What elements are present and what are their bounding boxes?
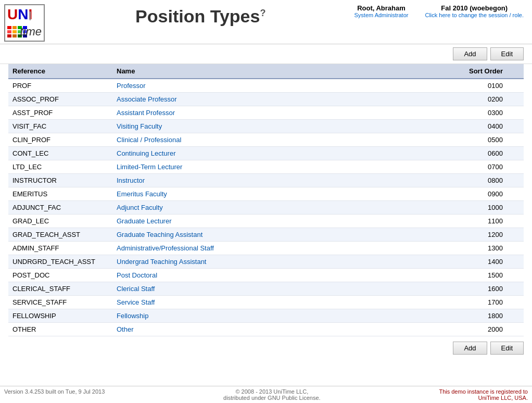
- user-session-row: Root, Abraham System Administrator Fal 2…: [354, 4, 524, 18]
- footer-copyright: © 2008 - 2013 UniTime LLC,distributed un…: [223, 388, 320, 401]
- table-row[interactable]: VISIT_FACVisiting Faculty0400: [8, 120, 524, 133]
- footer-demo: This demo instance is registered toUniTi…: [439, 388, 528, 401]
- cell-sort-order: 1000: [279, 201, 524, 215]
- table-row[interactable]: CLIN_PROFClinical / Professional0500: [8, 133, 524, 147]
- cell-reference: GRAD_LEC: [8, 215, 112, 228]
- cell-reference: GRAD_TEACH_ASST: [8, 228, 112, 242]
- cell-name: Graduate Teaching Assistant: [112, 228, 279, 242]
- user-info: Root, Abraham System Administrator: [354, 4, 409, 18]
- col-name[interactable]: Name: [112, 64, 279, 79]
- cell-sort-order: 1800: [279, 309, 524, 323]
- table-row[interactable]: ADJUNCT_FACAdjunct Faculty1000: [8, 201, 524, 215]
- page-title-text: Position Types: [135, 6, 260, 26]
- col-reference[interactable]: Reference: [8, 64, 112, 79]
- edit-button-top[interactable]: Edit: [490, 47, 524, 60]
- table-row[interactable]: ADMIN_STAFFAdministrative/Professional S…: [8, 242, 524, 255]
- session-name: Fal 2010 (woebegon): [425, 4, 524, 12]
- cell-reference: SERVICE_STAFF: [8, 296, 112, 309]
- cell-sort-order: 0100: [279, 79, 524, 93]
- table-row[interactable]: POST_DOCPost Doctoral1500: [8, 269, 524, 282]
- col-sort-order[interactable]: Sort Order: [279, 64, 524, 79]
- cell-sort-order: 0600: [279, 147, 524, 160]
- cell-sort-order: 1700: [279, 296, 524, 309]
- cell-name: Clinical / Professional: [112, 133, 279, 147]
- logo-time-text: time: [20, 25, 42, 39]
- bottom-toolbar: Add Edit: [0, 338, 532, 358]
- cell-reference: VISIT_FAC: [8, 120, 112, 133]
- table-row[interactable]: OTHEROther2000: [8, 323, 524, 336]
- footer: Version 3.4.253 built on Tue, 9 Jul 2013…: [0, 386, 532, 403]
- cell-name: Professor: [112, 79, 279, 93]
- user-name: Root, Abraham: [354, 4, 409, 12]
- cell-reference: CLIN_PROF: [8, 133, 112, 147]
- table-row[interactable]: ASST_PROFAssistant Professor0300: [8, 106, 524, 120]
- footer-version: Version 3.4.253 built on Tue, 9 Jul 2013: [4, 388, 105, 401]
- cell-sort-order: 1600: [279, 282, 524, 296]
- table-row[interactable]: GRAD_TEACH_ASSTGraduate Teaching Assista…: [8, 228, 524, 242]
- cell-name: Visiting Faculty: [112, 120, 279, 133]
- user-role: System Administrator: [354, 12, 409, 18]
- cell-sort-order: 0200: [279, 93, 524, 106]
- add-button-top[interactable]: Add: [453, 47, 487, 60]
- table-row[interactable]: UNDRGRD_TEACH_ASSTUndergrad Teaching Ass…: [8, 255, 524, 269]
- table-row[interactable]: EMERITUSEmeritus Faculty0900: [8, 187, 524, 201]
- cell-reference: UNDRGRD_TEACH_ASST: [8, 255, 112, 269]
- main-content: Reference Name Sort Order PROFProfessor0…: [0, 64, 532, 336]
- header: UNI| time: [0, 0, 532, 44]
- table-row[interactable]: CLERICAL_STAFFClerical Staff1600: [8, 282, 524, 296]
- session-change-link[interactable]: Click here to change the session / role.: [425, 12, 524, 18]
- cell-sort-order: 2000: [279, 323, 524, 336]
- table-row[interactable]: SERVICE_STAFFService Staff1700: [8, 296, 524, 309]
- page-title-container: Position Types?: [47, 4, 354, 27]
- cell-sort-order: 1200: [279, 228, 524, 242]
- cell-sort-order: 1100: [279, 215, 524, 228]
- cell-sort-order: 0800: [279, 174, 524, 187]
- cell-reference: POST_DOC: [8, 269, 112, 282]
- cell-name: Clerical Staff: [112, 282, 279, 296]
- cell-name: Limited-Term Lecturer: [112, 160, 279, 174]
- cell-name: Post Doctoral: [112, 269, 279, 282]
- page-title-sup[interactable]: ?: [260, 8, 265, 18]
- cell-reference: CONT_LEC: [8, 147, 112, 160]
- cell-name: Fellowship: [112, 309, 279, 323]
- cell-sort-order: 0700: [279, 160, 524, 174]
- logo-uni-text: UNI|: [7, 7, 32, 22]
- cell-name: Assistant Professor: [112, 106, 279, 120]
- cell-name: Instructor: [112, 174, 279, 187]
- cell-sort-order: 1400: [279, 255, 524, 269]
- cell-reference: FELLOWSHIP: [8, 309, 112, 323]
- cell-sort-order: 1500: [279, 269, 524, 282]
- cell-sort-order: 0400: [279, 120, 524, 133]
- cell-name: Associate Professor: [112, 93, 279, 106]
- session-info[interactable]: Fal 2010 (woebegon) Click here to change…: [425, 4, 524, 18]
- cell-name: Emeritus Faculty: [112, 187, 279, 201]
- cell-reference: ASSOC_PROF: [8, 93, 112, 106]
- cell-reference: OTHER: [8, 323, 112, 336]
- table-row[interactable]: GRAD_LECGraduate Lecturer1100: [8, 215, 524, 228]
- table-row[interactable]: PROFProfessor0100: [8, 79, 524, 93]
- table-row[interactable]: INSTRUCTORInstructor0800: [8, 174, 524, 187]
- table-body: PROFProfessor0100ASSOC_PROFAssociate Pro…: [8, 79, 524, 336]
- cell-sort-order: 1300: [279, 242, 524, 255]
- cell-sort-order: 0300: [279, 106, 524, 120]
- cell-name: Graduate Lecturer: [112, 215, 279, 228]
- edit-button-bottom[interactable]: Edit: [490, 342, 524, 355]
- table-header-row: Reference Name Sort Order: [8, 64, 524, 79]
- logo[interactable]: UNI| time: [4, 4, 45, 42]
- user-session-area: Root, Abraham System Administrator Fal 2…: [354, 4, 524, 19]
- cell-reference: ADMIN_STAFF: [8, 242, 112, 255]
- add-button-bottom[interactable]: Add: [453, 342, 487, 355]
- cell-name: Adjunct Faculty: [112, 201, 279, 215]
- cell-reference: ASST_PROF: [8, 106, 112, 120]
- table-row[interactable]: CONT_LECContinuing Lecturer0600: [8, 147, 524, 160]
- table-row[interactable]: FELLOWSHIPFellowship1800: [8, 309, 524, 323]
- cell-reference: INSTRUCTOR: [8, 174, 112, 187]
- table-row[interactable]: ASSOC_PROFAssociate Professor0200: [8, 93, 524, 106]
- cell-reference: EMERITUS: [8, 187, 112, 201]
- table-row[interactable]: LTD_LECLimited-Term Lecturer0700: [8, 160, 524, 174]
- cell-reference: PROF: [8, 79, 112, 93]
- cell-name: Other: [112, 323, 279, 336]
- page-title: Position Types?: [135, 6, 265, 27]
- cell-name: Continuing Lecturer: [112, 147, 279, 160]
- cell-name: Service Staff: [112, 296, 279, 309]
